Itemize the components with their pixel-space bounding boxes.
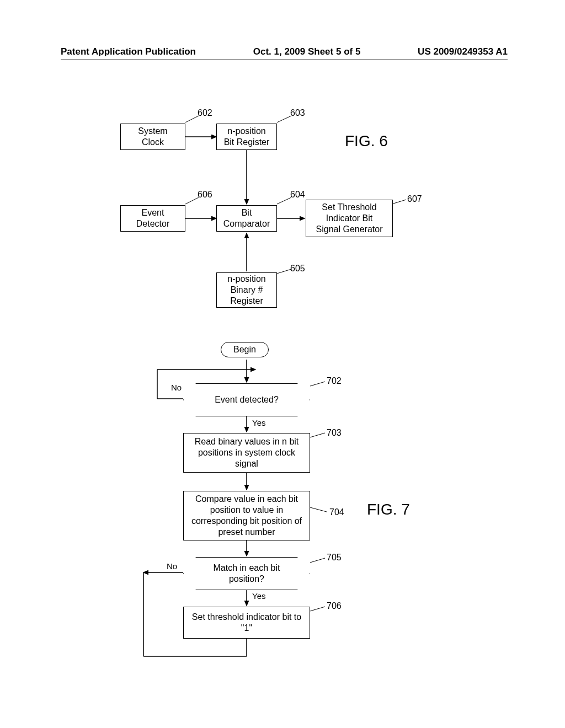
- svg-line-9: [392, 200, 406, 204]
- diagram-container: SystemClock n-positionBit Register Event…: [0, 0, 565, 728]
- decision-705-text: Match in each bit position?: [184, 558, 309, 589]
- decision-702: Event detected?: [183, 383, 310, 416]
- ref-705: 705: [327, 553, 342, 563]
- box-bit-comparator: BitComparator: [216, 205, 277, 232]
- svg-line-26: [310, 433, 325, 437]
- box-npos-bit-register: n-positionBit Register: [216, 124, 277, 150]
- ref-606: 606: [198, 190, 212, 200]
- process-704: Compare value in each bit position to va…: [183, 491, 310, 540]
- svg-line-28: [310, 558, 325, 563]
- ref-703: 703: [327, 428, 342, 438]
- svg-line-5: [185, 116, 199, 122]
- svg-line-10: [277, 269, 291, 274]
- fig7-label: FIG. 7: [367, 501, 410, 518]
- label-no-702: No: [171, 383, 182, 392]
- process-703: Read binary values in n bit positions in…: [183, 433, 310, 473]
- label-yes-702: Yes: [252, 418, 265, 427]
- decision-702-text: Event detected?: [184, 384, 309, 415]
- terminal-begin: Begin: [221, 342, 269, 357]
- ref-607: 607: [407, 194, 422, 204]
- label-no-705: No: [167, 561, 177, 571]
- decision-705: Match in each bit position?: [183, 557, 310, 590]
- svg-line-25: [310, 382, 325, 386]
- ref-702: 702: [327, 376, 342, 386]
- ref-604: 604: [290, 190, 305, 200]
- ref-602: 602: [198, 108, 212, 118]
- ref-603: 603: [290, 108, 305, 118]
- svg-line-8: [277, 197, 291, 204]
- svg-line-27: [310, 507, 327, 512]
- fig6-label: FIG. 6: [345, 132, 388, 150]
- svg-line-29: [310, 607, 325, 611]
- svg-line-6: [277, 116, 291, 122]
- ref-605: 605: [290, 264, 305, 274]
- label-yes-705: Yes: [252, 591, 265, 601]
- ref-704: 704: [329, 507, 344, 517]
- box-system-clock: SystemClock: [120, 124, 185, 150]
- box-npos-binary-register: n-positionBinary #Register: [216, 272, 277, 308]
- svg-line-7: [185, 197, 199, 204]
- ref-706: 706: [327, 601, 342, 611]
- box-event-detector: EventDetector: [120, 205, 185, 232]
- box-set-threshold: Set ThresholdIndicator BitSignal Generat…: [306, 200, 393, 237]
- process-706: Set threshold indicator bit to "1": [183, 607, 310, 639]
